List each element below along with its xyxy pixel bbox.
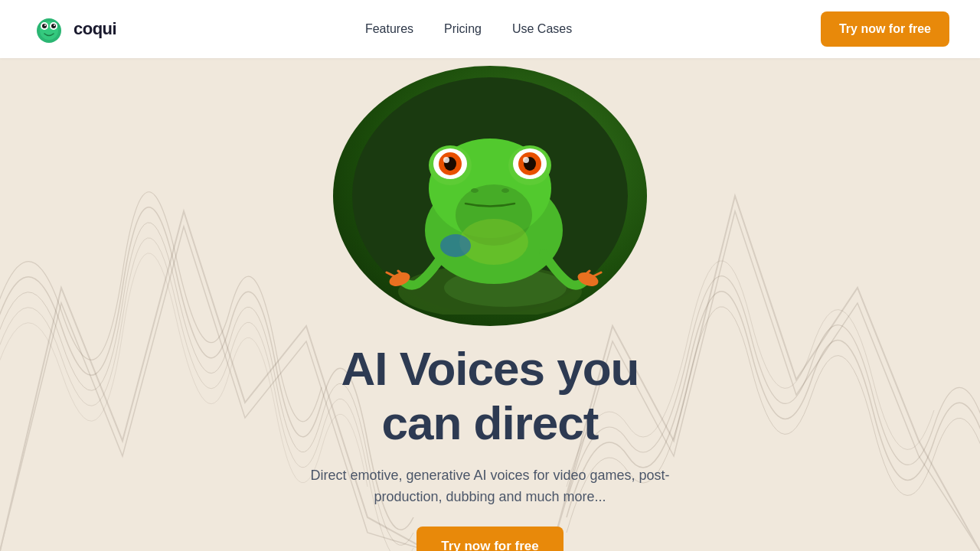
coqui-logo-icon: [31, 11, 67, 47]
nav-links: Features Pricing Use Cases: [365, 22, 572, 36]
nav-link-use-cases[interactable]: Use Cases: [512, 22, 572, 35]
frog-image: [333, 66, 647, 326]
nav-item-use-cases[interactable]: Use Cases: [512, 22, 572, 36]
svg-point-23: [523, 157, 529, 163]
hero-cta-button[interactable]: Try now for free: [416, 527, 564, 551]
svg-point-29: [440, 234, 471, 257]
svg-point-6: [44, 24, 46, 26]
nav-cta-button[interactable]: Try now for free: [821, 11, 949, 47]
hero-section: AI Voices you can direct Direct emotive,…: [0, 0, 980, 551]
logo-text: coqui: [74, 19, 116, 39]
hero-subtitle: Direct emotive, generative AI voices for…: [291, 465, 689, 509]
hero-title-line1: AI Voices you: [341, 342, 639, 395]
svg-point-7: [54, 24, 55, 26]
frog-illustration: [352, 77, 628, 315]
nav-item-pricing[interactable]: Pricing: [444, 22, 482, 36]
logo[interactable]: coqui: [31, 11, 116, 47]
svg-point-25: [501, 188, 509, 193]
navbar: coqui Features Pricing Use Cases Try now…: [0, 0, 980, 58]
svg-point-22: [443, 157, 449, 163]
nav-link-pricing[interactable]: Pricing: [444, 22, 482, 35]
nav-link-features[interactable]: Features: [365, 22, 413, 35]
nav-item-features[interactable]: Features: [365, 22, 413, 36]
svg-point-5: [51, 24, 56, 28]
svg-point-24: [471, 188, 479, 193]
svg-point-4: [42, 24, 47, 28]
hero-title-line2: can direct: [382, 396, 599, 449]
hero-content: AI Voices you can direct Direct emotive,…: [291, 341, 689, 551]
hero-title: AI Voices you can direct: [291, 341, 689, 451]
